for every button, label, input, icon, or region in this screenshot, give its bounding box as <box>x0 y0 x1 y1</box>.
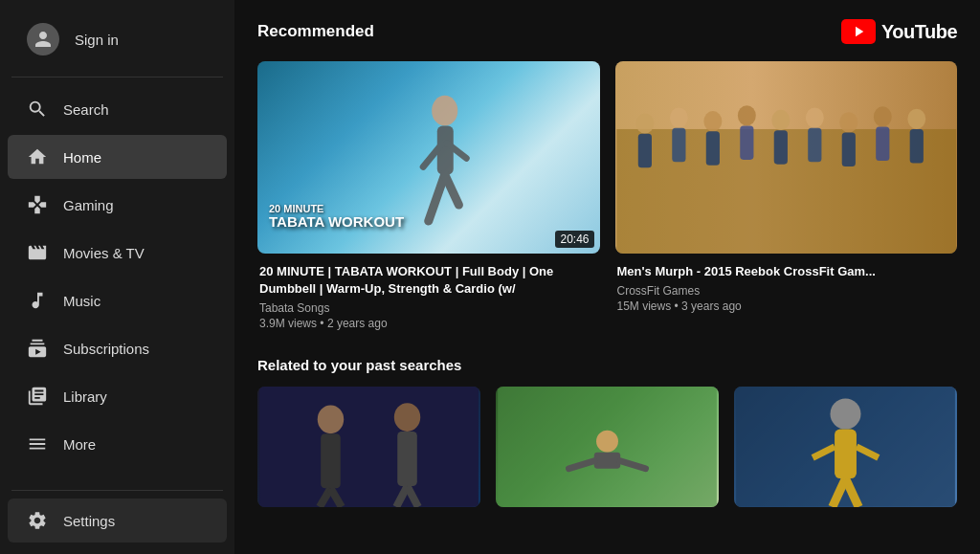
settings-icon <box>27 510 48 531</box>
svg-rect-16 <box>773 130 787 164</box>
svg-rect-24 <box>909 129 923 163</box>
svg-rect-31 <box>397 432 417 486</box>
svg-rect-20 <box>841 133 855 166</box>
sidebar-item-settings[interactable]: Settings <box>8 499 227 543</box>
svg-rect-18 <box>808 128 821 162</box>
thumbnail-crossfit <box>615 61 958 254</box>
recommended-grid: 20 MINUTE TABATA WORKOUT 20:46 20 MINUTE… <box>257 61 957 330</box>
music-icon <box>27 290 48 311</box>
related-section-title: Related to your past searches <box>257 357 957 373</box>
tabata-overlay-text: 20 MINUTE TABATA WORKOUT <box>269 203 404 231</box>
svg-point-13 <box>737 105 755 125</box>
person-icon <box>33 30 53 49</box>
svg-point-9 <box>669 107 687 127</box>
youtube-logo: YouTube <box>841 19 957 44</box>
outdoor-svg <box>496 387 719 507</box>
subscriptions-icon <box>27 338 48 359</box>
svg-point-23 <box>907 109 925 129</box>
music-label: Music <box>63 293 100 309</box>
svg-rect-27 <box>321 434 341 489</box>
sidebar-item-home[interactable]: Home <box>8 135 227 179</box>
main-content: Recommended YouTube <box>234 0 980 554</box>
svg-point-17 <box>805 107 823 127</box>
football-thumb-content <box>734 387 957 507</box>
svg-point-0 <box>432 96 457 126</box>
video-card-crossfit[interactable]: Men's Murph - 2015 Reebok CrossFit Gam..… <box>615 61 958 330</box>
svg-line-2 <box>429 175 445 222</box>
svg-rect-14 <box>740 125 753 159</box>
football-svg <box>734 387 957 507</box>
svg-rect-8 <box>637 134 651 167</box>
sidebar-item-more[interactable]: More <box>8 422 227 466</box>
more-label: More <box>63 436 96 453</box>
youtube-play-button <box>841 19 876 44</box>
svg-point-26 <box>318 406 344 434</box>
svg-point-7 <box>635 113 654 133</box>
play-icon <box>850 23 867 40</box>
youtube-text: YouTube <box>881 21 957 43</box>
video-meta-crossfit: 15M views • 3 years ago <box>617 299 956 313</box>
settings-label: Settings <box>63 513 115 529</box>
thumbnail-football <box>734 387 957 507</box>
svg-rect-22 <box>876 127 889 161</box>
outdoor-thumb-content <box>496 387 719 507</box>
svg-point-40 <box>830 399 860 430</box>
video-title-tabata: 20 MINUTE | TABATA WORKOUT | Full Body |… <box>259 263 598 298</box>
thumbnail-women <box>257 387 480 507</box>
sidebar-item-music[interactable]: Music <box>8 278 227 322</box>
svg-point-21 <box>873 106 891 126</box>
duration-badge-tabata: 20:46 <box>555 231 593 248</box>
avatar <box>27 23 59 55</box>
svg-point-19 <box>839 112 858 132</box>
sidebar-item-search[interactable]: Search <box>8 87 227 131</box>
video-info-crossfit: Men's Murph - 2015 Reebok CrossFit Gam..… <box>615 263 958 313</box>
sidebar-item-gaming[interactable]: Gaming <box>8 183 227 227</box>
svg-rect-12 <box>705 131 719 165</box>
svg-point-30 <box>394 404 420 432</box>
sidebar-item-signin[interactable]: Sign in <box>8 11 227 67</box>
video-card-tabata[interactable]: 20 MINUTE TABATA WORKOUT 20:46 20 MINUTE… <box>257 61 600 330</box>
home-icon <box>27 146 48 167</box>
video-channel-tabata: Tabata Songs <box>259 301 598 315</box>
svg-point-11 <box>703 111 722 131</box>
home-label: Home <box>63 149 101 166</box>
library-icon <box>27 386 48 407</box>
svg-rect-10 <box>672 128 685 162</box>
sidebar-item-movies[interactable]: Movies & TV <box>8 231 227 275</box>
movies-label: Movies & TV <box>63 245 145 261</box>
sidebar-bottom: Settings <box>0 482 234 544</box>
divider-top <box>11 77 223 78</box>
gaming-label: Gaming <box>63 197 114 213</box>
crossfit-crowd <box>615 61 958 254</box>
sidebar-item-subscriptions[interactable]: Subscriptions <box>8 326 227 370</box>
video-channel-crossfit: CrossFit Games <box>617 284 956 298</box>
search-icon <box>27 99 48 120</box>
svg-line-3 <box>445 175 459 206</box>
women-thumb-content <box>257 387 480 507</box>
svg-point-15 <box>771 110 790 130</box>
svg-rect-41 <box>835 430 857 478</box>
gaming-icon <box>27 194 48 215</box>
related-grid <box>257 387 957 517</box>
subscriptions-label: Subscriptions <box>63 341 149 357</box>
video-info-tabata: 20 MINUTE | TABATA WORKOUT | Full Body |… <box>257 263 600 330</box>
movies-icon <box>27 242 48 263</box>
video-card-football[interactable] <box>734 387 957 517</box>
women-svg <box>257 387 480 507</box>
svg-rect-25 <box>259 387 479 507</box>
library-label: Library <box>63 388 107 405</box>
video-card-women[interactable] <box>257 387 480 517</box>
crowd-svg <box>615 61 958 254</box>
video-meta-tabata: 3.9M views • 2 years ago <box>259 317 598 330</box>
more-icon <box>27 433 48 454</box>
thumbnail-tabata: 20 MINUTE TABATA WORKOUT 20:46 <box>257 61 600 254</box>
svg-point-35 <box>596 431 618 453</box>
video-card-outdoor[interactable] <box>496 387 719 517</box>
sidebar-item-library[interactable]: Library <box>8 374 227 418</box>
sidebar: Sign in Search Home Gaming <box>0 0 234 554</box>
divider-bottom <box>11 490 223 491</box>
main-header: Recommended YouTube <box>257 19 957 44</box>
recommended-title: Recommended <box>257 22 374 41</box>
video-title-crossfit: Men's Murph - 2015 Reebok CrossFit Gam..… <box>617 263 956 280</box>
signin-label: Sign in <box>75 32 119 48</box>
